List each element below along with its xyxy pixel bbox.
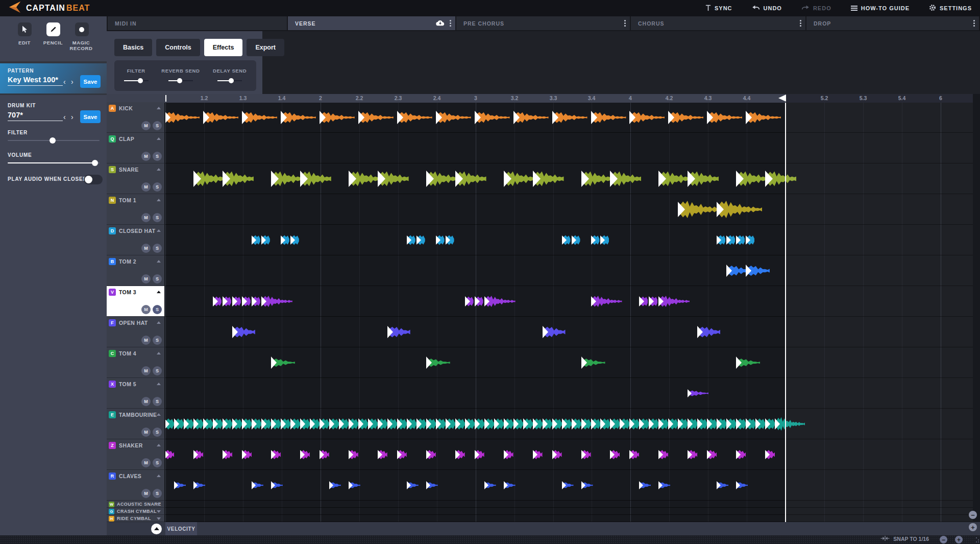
redo-button[interactable]: REDO	[801, 5, 831, 12]
collapse-track-icon[interactable]	[157, 383, 161, 385]
note-hit[interactable]	[398, 443, 407, 466]
solo-button[interactable]: S	[153, 458, 162, 467]
mute-button[interactable]: M	[141, 489, 151, 498]
note-hit[interactable]	[688, 443, 697, 466]
undo-button[interactable]: UNDO	[752, 5, 782, 12]
hzoom-out-button[interactable]: −	[940, 536, 947, 543]
note-hit[interactable]	[688, 387, 708, 400]
note-hit[interactable]	[272, 443, 281, 466]
note-hit[interactable]	[737, 352, 760, 373]
pattern-save-button[interactable]: Save	[80, 75, 101, 88]
note-hit[interactable]	[388, 320, 410, 344]
pattern-next-icon[interactable]: ›	[71, 78, 74, 86]
panel-tab-controls[interactable]: Controls	[156, 39, 200, 56]
collapse-track-icon[interactable]	[157, 107, 161, 109]
solo-button[interactable]: S	[153, 366, 162, 375]
track-header-shaker[interactable]: ZSHAKERMS	[107, 439, 164, 470]
section-tab-midi-in[interactable]: MIDI IN	[108, 16, 287, 30]
note-hit[interactable]	[717, 229, 725, 251]
note-hit[interactable]	[562, 229, 571, 251]
note-hit[interactable]	[610, 443, 620, 466]
note-hit[interactable]	[630, 106, 665, 129]
note-hit[interactable]	[630, 443, 639, 466]
resize-grip-icon[interactable]	[976, 537, 977, 538]
velocity-expand-button[interactable]	[151, 524, 162, 534]
note-hit[interactable]	[204, 106, 238, 129]
solo-button[interactable]: S	[153, 121, 162, 130]
section-tab-chorus[interactable]: CHORUS	[631, 16, 805, 30]
note-hit[interactable]	[301, 443, 310, 466]
note-hit[interactable]	[436, 229, 445, 251]
note-hit[interactable]	[707, 106, 742, 129]
track-header-crash-cymbal[interactable]: GCRASH CYMBAL	[107, 508, 164, 515]
volume-slider-thumb[interactable]	[92, 160, 98, 166]
note-hit[interactable]	[436, 106, 471, 129]
note-hit[interactable]	[475, 443, 484, 466]
vzoom-out-button[interactable]: −	[969, 511, 977, 519]
loop-start-marker[interactable]	[165, 95, 166, 102]
mute-button[interactable]: M	[141, 458, 151, 467]
note-hit[interactable]	[233, 290, 241, 313]
track-header-snare[interactable]: SSNAREMS	[107, 163, 164, 194]
note-hit[interactable]	[165, 106, 200, 129]
note-hit[interactable]	[194, 164, 225, 193]
track-header-tom-3[interactable]: VTOM 3MS	[107, 286, 164, 317]
note-hit[interactable]	[659, 164, 690, 193]
note-hit[interactable]	[698, 320, 720, 344]
note-hit[interactable]	[223, 443, 232, 466]
note-hit[interactable]	[281, 106, 316, 129]
note-hit[interactable]	[475, 106, 510, 129]
solo-button[interactable]: S	[153, 489, 162, 498]
note-hit[interactable]	[427, 164, 457, 193]
note-hit[interactable]	[320, 443, 329, 466]
mute-button[interactable]: M	[141, 366, 151, 375]
note-hit[interactable]	[737, 443, 746, 466]
track-header-tom-4[interactable]: CTOM 4MS	[107, 347, 164, 378]
snap-setting[interactable]: SNAP TO 1/16	[880, 536, 929, 542]
track-header-ride-cymbal[interactable]: HRIDE CYMBAL	[107, 515, 164, 522]
note-hit[interactable]	[582, 475, 593, 496]
note-hit[interactable]	[398, 106, 432, 129]
note-hit[interactable]	[456, 164, 486, 193]
track-header-tom-5[interactable]: XTOM 5MS	[107, 378, 164, 409]
note-hit[interactable]	[592, 229, 600, 251]
mute-button[interactable]: M	[141, 428, 151, 437]
note-hit[interactable]	[291, 229, 299, 251]
track-header-closed-hat[interactable]: DCLOSED HATMS	[107, 225, 164, 255]
hzoom-in-button[interactable]: +	[955, 536, 963, 543]
solo-button[interactable]: S	[153, 397, 162, 406]
drumkit-prev-icon[interactable]: ‹	[63, 113, 66, 121]
note-hit[interactable]	[592, 290, 622, 313]
note-hit[interactable]	[746, 229, 754, 251]
collapse-track-icon[interactable]	[157, 229, 161, 232]
track-header-open-hat[interactable]: FOPEN HATMS	[107, 317, 164, 347]
solo-button[interactable]: S	[153, 428, 162, 437]
note-hit[interactable]	[737, 229, 745, 251]
note-hit[interactable]	[553, 443, 562, 466]
pencil-tool-button[interactable]: PENCIL	[39, 22, 67, 45]
pattern-name-input[interactable]	[8, 76, 63, 86]
edit-tool-button[interactable]: EDIT	[10, 22, 39, 45]
collapse-track-icon[interactable]	[157, 444, 161, 446]
note-hit[interactable]	[717, 475, 728, 496]
note-hit[interactable]	[485, 475, 496, 496]
note-hit[interactable]	[223, 164, 254, 193]
solo-button[interactable]: S	[153, 152, 162, 161]
note-hit[interactable]	[737, 475, 748, 496]
note-hit[interactable]	[252, 475, 263, 496]
note-hit[interactable]	[194, 443, 203, 466]
note-hit[interactable]	[427, 443, 436, 466]
note-hit[interactable]	[301, 164, 331, 193]
collapse-track-icon[interactable]	[157, 199, 161, 201]
track-header-tambourine[interactable]: ETAMBOURINEMS	[107, 409, 164, 439]
note-hit[interactable]	[272, 475, 283, 496]
note-hit[interactable]	[504, 443, 513, 466]
expand-track-icon[interactable]	[157, 503, 161, 506]
note-hit[interactable]	[233, 320, 255, 344]
panel-tab-export[interactable]: Export	[247, 39, 284, 56]
mute-button[interactable]: M	[141, 121, 151, 130]
note-hit[interactable]	[281, 229, 289, 251]
note-hit[interactable]	[349, 164, 380, 193]
note-hit[interactable]	[746, 106, 781, 129]
note-hit[interactable]	[165, 443, 174, 466]
